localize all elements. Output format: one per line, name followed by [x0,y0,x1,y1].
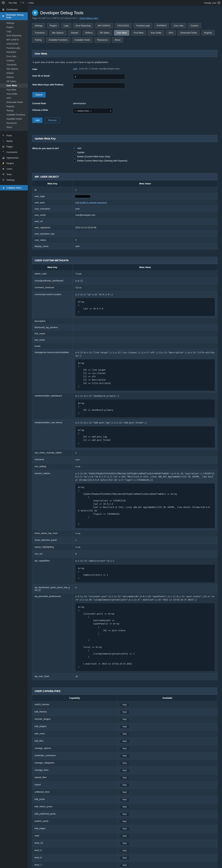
tab-button[interactable]: Shortcode Finder [178,30,200,36]
meta-value-cell: 4 [73,584,218,593]
wordpress-logo-icon[interactable]: Ⓦ [0,0,7,5]
tab-button[interactable]: Transients [32,30,47,36]
comments-menu[interactable]: ❞ 0 [19,0,26,5]
tab-button[interactable]: Resources [94,37,110,43]
collapse-menu-button[interactable]: ◀ Collapse menu [0,185,28,190]
submenu-item[interactable]: Cron Jobs [0,54,28,59]
tab-button[interactable]: Registry [201,30,215,36]
tab-button[interactable]: Site Options [49,30,66,36]
submenu-item[interactable]: Defines [0,75,28,79]
tab-button[interactable]: Cron Jobs [171,23,186,28]
meta-value-cell: 2023-12-13 23:52:06 [73,224,218,231]
admin-sidebar: ▦ Dashboard ⚒ Developer Debug Tools Sett… [0,5,28,868]
sidebar-item[interactable]: ⚒ Tools [0,172,28,177]
submenu-item[interactable]: Post Meta [0,88,28,92]
submenu-item[interactable]: DB Tables [0,79,28,84]
remove-role-button[interactable]: Remove [45,117,60,123]
tab-button[interactable]: About [112,37,123,43]
tab-button[interactable]: Auto Drafts [148,30,164,36]
tab-button[interactable]: Settings [32,23,45,28]
sidebar-item[interactable]: ✎ Posts [0,133,28,138]
tab-button[interactable]: DB Tables [97,30,113,36]
submenu-item[interactable]: Globals [0,71,28,75]
capability-name-cell: read [32,832,118,840]
submenu-item[interactable]: Available Hooks [0,117,28,121]
tab-button[interactable]: Error Reporting [73,23,93,28]
table-row: admin_color fresh [32,271,218,278]
submenu-item[interactable]: User Meta [0,84,28,88]
submenu-item[interactable]: About [0,125,28,129]
howdy-account-menu[interactable]: Howdy, user [202,0,222,5]
add-role-button[interactable]: Add [32,118,42,123]
submenu-item[interactable]: Shortcode Finder [0,100,28,104]
capability-value-badge: TRUE [120,747,129,750]
sidebar-item[interactable]: ☻ Users [0,166,28,172]
capability-name-cell: switch_themes [32,701,118,709]
user-meta-section: User Meta A quick view of all the user m… [32,50,218,128]
sidebar-item[interactable]: ❞ Comments [0,149,28,155]
submenu-item[interactable]: Testing [0,108,28,113]
sidebar-item-dev-debug-tools[interactable]: ⚒ Developer Debug Tools [0,12,28,20]
search-button[interactable]: Search [32,92,45,97]
sidebar-item[interactable]: ◪ Appearance [0,155,28,160]
table-row: description [32,318,218,324]
sidebar-item[interactable]: ⚙ Settings [0,177,28,183]
radio-button-icon[interactable] [73,155,75,158]
meta-key-cell: description [32,318,73,324]
capability-value-cell: TRUE [117,847,217,854]
submenu-item[interactable]: Site Options [0,67,28,71]
tab-button[interactable]: HTACCESS [115,23,132,28]
submenu-item[interactable]: Functions.php [0,46,28,50]
capability-value-cell: TRUE [117,738,217,745]
role-select[interactable]: — Select One — ▾ [73,108,113,114]
tab-button[interactable]: Cookies [188,23,201,28]
submenu-item[interactable]: Auto Drafts [0,92,28,96]
submenu-item[interactable]: APIs [0,96,28,100]
submenu-item[interactable]: Registry [0,104,28,108]
new-content-button[interactable]: + New [26,0,36,5]
tab-button[interactable]: Defines [83,30,95,36]
user-id-input[interactable] [73,74,125,79]
site-name-link[interactable]: Test Site [7,0,19,5]
submenu-item[interactable]: Plugins [0,25,28,29]
tab-button[interactable]: Plugins [47,23,60,28]
tab-button[interactable]: Functions.php [133,23,153,28]
tab-button[interactable]: Available Functions [46,37,70,43]
sidebar-item-dashboard[interactable]: ▦ Dashboard [0,7,28,12]
tab-button[interactable]: Globals [68,30,81,36]
submenu-item[interactable]: Logs [0,29,28,33]
submenu-item[interactable]: Transients [0,63,28,67]
wrench-icon: ⚒ [2,15,4,18]
tab-button[interactable]: WP-CONFIG [95,23,113,28]
submenu-item[interactable]: Error Reporting [0,33,28,38]
tab-button[interactable]: Testing [32,37,44,43]
submenu-item[interactable]: Resources [0,121,28,125]
radio-option[interactable]: Update [73,151,217,154]
radio-button-icon[interactable] [73,159,75,162]
submenu-item[interactable]: Cookies [0,59,28,63]
tab-button[interactable]: APIs [166,30,176,36]
sidebar-item[interactable]: ♪ Media [0,138,28,144]
radio-option[interactable]: Delete Custom Meta Keys (Starting with K… [73,159,217,162]
prefix-filter-input[interactable] [73,83,125,88]
tab-button[interactable]: PHPINFO [154,23,169,28]
radio-button-icon[interactable] [73,151,75,154]
radio-button-icon[interactable] [73,147,75,150]
radio-option[interactable]: Add [73,147,217,150]
capability-value-cell: TRUE [117,774,217,781]
submenu-item[interactable]: WP-CONFIG [0,38,28,42]
tab-button[interactable]: Available Hooks [72,37,93,43]
submenu-item[interactable]: HTACCESS [0,42,28,46]
tab-button[interactable]: Logs [61,23,71,28]
tab-button[interactable]: Post Meta [131,30,146,36]
user-profile-link[interactable]: user [73,67,77,70]
submenu-item[interactable]: Available Functions [0,113,28,117]
submenu-item[interactable]: Settings [0,21,28,25]
sidebar-item[interactable]: ▤ Pages [0,144,28,149]
tab-button[interactable]: User Meta [114,30,130,36]
quick-debug-link[interactable]: [Quick Debug Links] [80,17,98,20]
edit-profile-link[interactable]: Edit profile to change password [75,201,107,204]
radio-option[interactable]: Delete (Custom Meta Keys Only) [73,155,217,158]
sidebar-item[interactable]: ⚡ Plugins [0,160,28,166]
submenu-item[interactable]: PHPINFO [0,50,28,54]
